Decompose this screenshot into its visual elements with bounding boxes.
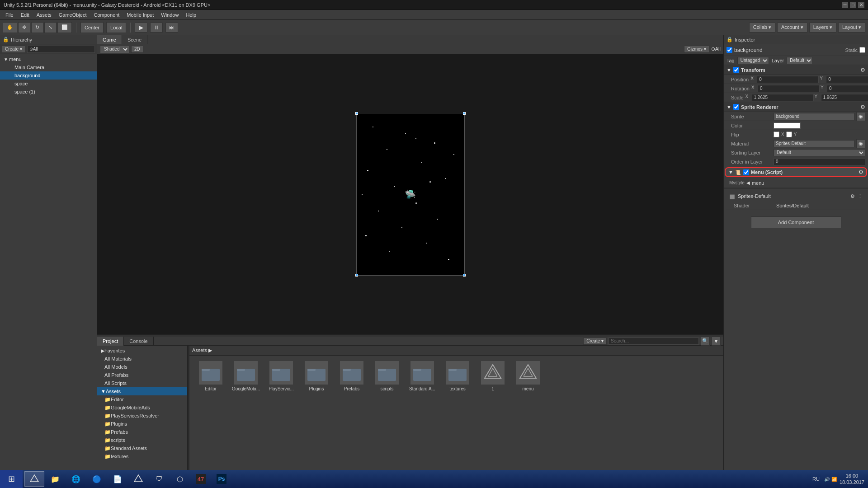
textures-folder[interactable]: 📁 textures	[97, 452, 187, 460]
plugins-folder[interactable]: 📁 Plugins	[97, 420, 187, 428]
menu-component[interactable]: Component	[90, 11, 123, 19]
tab-console[interactable]: Console	[124, 337, 153, 346]
taskbar-ie[interactable]: 🌐	[66, 471, 86, 487]
rect-tool[interactable]: ⬜	[57, 22, 72, 33]
project-create-btn[interactable]: Create ▾	[583, 338, 607, 345]
menu-mobileinput[interactable]: Mobile Input	[123, 11, 157, 19]
taskbar-app8[interactable]: 47	[191, 471, 211, 487]
all-scripts[interactable]: All Scripts	[97, 379, 187, 387]
tag-select[interactable]: Untagged	[737, 57, 769, 64]
asset-editor[interactable]: Editor	[195, 361, 226, 391]
local-btn[interactable]: Local	[106, 22, 126, 33]
layout-btn[interactable]: Layout ▾	[838, 23, 865, 33]
project-search[interactable]	[609, 338, 699, 345]
menu-gameobject[interactable]: GameObject	[55, 11, 90, 19]
layer-select[interactable]: Default	[787, 57, 813, 64]
taskbar-app7[interactable]: ⬡	[170, 471, 190, 487]
search-icon-btn[interactable]: 🔍	[701, 337, 710, 346]
taskbar-app5[interactable]	[128, 471, 148, 487]
tab-scene[interactable]: Scene	[122, 35, 147, 44]
move-tool[interactable]: ✥	[18, 22, 30, 33]
asset-playservices[interactable]: PlayServic...	[265, 361, 297, 391]
minimize-btn[interactable]: ─	[842, 2, 848, 8]
active-checkbox[interactable]	[726, 47, 732, 53]
hierarchy-space[interactable]: space	[0, 80, 97, 88]
sprite-checkbox[interactable]	[733, 104, 739, 110]
sprite-renderer-header[interactable]: ▼ Sprite Renderer ⚙	[724, 102, 868, 112]
window-controls[interactable]: ─ □ ✕	[842, 2, 864, 8]
step-btn[interactable]: ⏭	[165, 23, 178, 33]
maximize-btn[interactable]: □	[850, 2, 856, 8]
sprite-picker[interactable]: ◉	[856, 112, 865, 121]
gizmos-btn[interactable]: Gizmos ▾	[684, 46, 709, 53]
center-btn[interactable]: Center	[80, 22, 104, 33]
shading-select[interactable]: Shaded	[100, 45, 129, 53]
add-component-btn[interactable]: Add Component	[751, 216, 841, 228]
asset-menu[interactable]: menu	[512, 361, 544, 391]
asset-google[interactable]: GoogleMobi...	[230, 361, 262, 391]
favorites-header[interactable]: ▶ Favorites	[97, 347, 187, 355]
standard-assets-folder[interactable]: 📁 Standard Assets	[97, 444, 187, 452]
2d-btn[interactable]: 2D	[131, 46, 143, 53]
hierarchy-menu[interactable]: ▼ menu	[0, 55, 97, 63]
order-input[interactable]	[774, 158, 865, 165]
tab-project[interactable]: Project	[97, 337, 124, 346]
asset-scripts[interactable]: scripts	[371, 361, 403, 391]
googlemobileads-folder[interactable]: 📁 GoogleMobileAds	[97, 404, 187, 412]
menu-assets[interactable]: Assets	[33, 11, 55, 19]
menu-script-header[interactable]: ▼ 📜 Menu (Script) ⚙	[725, 167, 867, 177]
asset-standard[interactable]: Standard A...	[406, 361, 438, 391]
transform-header[interactable]: ▼ Transform ⚙	[724, 65, 868, 75]
scripts-folder[interactable]: 📁 scripts	[97, 436, 187, 444]
asset-unity1[interactable]: 1	[477, 361, 509, 391]
pos-y-input[interactable]	[826, 76, 868, 83]
prefabs-folder[interactable]: 📁 Prefabs	[97, 428, 187, 436]
hierarchy-search[interactable]	[27, 46, 95, 53]
gizmos-select[interactable]: Gizmos ▾	[684, 46, 709, 53]
hierarchy-space1[interactable]: space (1)	[0, 88, 97, 96]
pos-x-input[interactable]	[757, 76, 819, 83]
account-btn[interactable]: Account ▾	[777, 23, 807, 33]
menu-file[interactable]: File	[2, 11, 17, 19]
flip-y-checkbox[interactable]	[786, 131, 792, 137]
assets-header[interactable]: ▼ Assets	[97, 387, 187, 395]
collab-btn[interactable]: Collab ▾	[749, 23, 775, 33]
scale-tool[interactable]: ⤡	[44, 22, 57, 33]
hierarchy-background[interactable]: background	[0, 71, 97, 80]
filter-icon-btn[interactable]: ▼	[712, 337, 721, 346]
all-materials[interactable]: All Materials	[97, 355, 187, 363]
layers-btn[interactable]: Layers ▾	[809, 23, 836, 33]
taskbar-chrome[interactable]: 🔵	[87, 471, 107, 487]
rot-y-input[interactable]	[827, 85, 868, 92]
taskbar-photoshop[interactable]: Ps	[212, 471, 231, 487]
hierarchy-main-camera[interactable]: Main Camera	[0, 63, 97, 71]
menu-window[interactable]: Window	[157, 11, 182, 19]
menu-help[interactable]: Help	[182, 11, 200, 19]
asset-textures[interactable]: textures	[442, 361, 473, 391]
rot-x-input[interactable]	[758, 85, 820, 92]
play-btn[interactable]: ▶	[135, 23, 147, 33]
pause-btn[interactable]: ⏸	[150, 23, 163, 33]
scale-x-input[interactable]	[752, 94, 814, 101]
asset-prefabs[interactable]: Prefabs	[336, 361, 368, 391]
playservices-folder[interactable]: 📁 PlayServicesResolver	[97, 412, 187, 420]
start-button[interactable]: ⊞	[0, 470, 23, 488]
rotate-tool[interactable]: ↻	[31, 22, 43, 33]
flip-x-checkbox[interactable]	[774, 131, 779, 137]
all-models[interactable]: All Models	[97, 363, 187, 371]
menu-script-checkbox[interactable]	[743, 169, 749, 175]
taskbar-unity[interactable]	[24, 471, 44, 487]
editor-folder[interactable]: 📁 Editor	[97, 395, 187, 404]
sorting-layer-select[interactable]: Default	[774, 149, 865, 156]
transform-checkbox[interactable]	[733, 67, 739, 73]
taskbar-explorer[interactable]: 📁	[45, 471, 65, 487]
tab-game[interactable]: Game	[97, 35, 122, 44]
hierarchy-create-btn[interactable]: Create ▾	[2, 46, 25, 53]
all-prefabs[interactable]: All Prefabs	[97, 371, 187, 379]
taskbar-app4[interactable]: 📄	[108, 471, 127, 487]
scale-y-input[interactable]	[821, 94, 868, 101]
material-picker[interactable]: ◉	[856, 139, 865, 148]
color-swatch[interactable]	[774, 122, 801, 129]
close-btn[interactable]: ✕	[858, 2, 864, 8]
material-field[interactable]: Sprites-Default	[774, 140, 854, 147]
